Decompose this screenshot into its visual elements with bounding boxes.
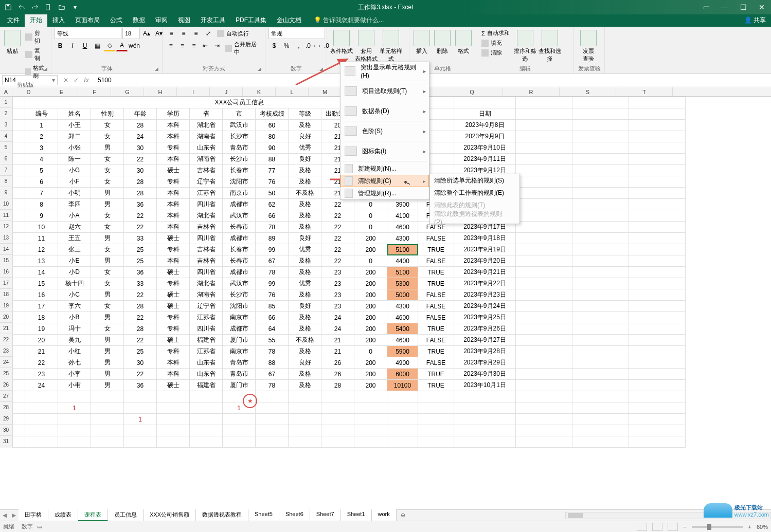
- row-header-18[interactable]: 18: [0, 289, 12, 300]
- cell[interactable]: [516, 335, 572, 346]
- row-header-21[interactable]: 21: [0, 323, 12, 334]
- data-cell[interactable]: 及格: [289, 380, 321, 391]
- cell[interactable]: [629, 323, 686, 335]
- fill-color-button[interactable]: ◇: [104, 40, 115, 51]
- data-cell[interactable]: 15: [25, 278, 58, 289]
- data-cell[interactable]: 吉林省: [190, 165, 223, 176]
- cell[interactable]: [387, 436, 418, 448]
- cell[interactable]: [516, 97, 572, 108]
- col-header-S[interactable]: S: [560, 87, 616, 96]
- data-cell[interactable]: 2023年9月23日: [454, 289, 516, 301]
- tab-insert[interactable]: 插入: [47, 14, 70, 27]
- cell[interactable]: [91, 414, 124, 425]
- data-cell[interactable]: 吉林省: [190, 222, 223, 233]
- cell[interactable]: 1: [58, 402, 91, 414]
- data-cell[interactable]: 女: [91, 154, 124, 165]
- data-cell[interactable]: 本科: [157, 222, 190, 233]
- data-cell[interactable]: 26: [321, 357, 354, 369]
- autosum-button[interactable]: Σ自动求和: [479, 29, 512, 38]
- cell[interactable]: [13, 255, 25, 267]
- data-cell[interactable]: 28: [124, 323, 157, 335]
- cell[interactable]: [13, 436, 25, 448]
- col-header-J[interactable]: J: [210, 87, 243, 96]
- col-header-T[interactable]: T: [616, 87, 673, 96]
- cell[interactable]: [516, 402, 572, 414]
- data-cell[interactable]: 200: [354, 357, 387, 369]
- data-cell[interactable]: 本科: [157, 188, 190, 199]
- data-cell[interactable]: 山东省: [190, 142, 223, 154]
- sheet-tab-7[interactable]: Sheet6: [279, 509, 310, 521]
- data-cell[interactable]: 南京市: [223, 312, 256, 323]
- cell[interactable]: [572, 323, 629, 335]
- cell[interactable]: [572, 108, 629, 120]
- data-cell[interactable]: 22: [321, 199, 354, 210]
- data-cell[interactable]: 0: [354, 222, 387, 233]
- cell[interactable]: [516, 176, 572, 188]
- cell[interactable]: [516, 255, 572, 267]
- tab-formulas[interactable]: 公式: [105, 14, 128, 27]
- cell[interactable]: [629, 425, 686, 436]
- cell[interactable]: [516, 425, 572, 436]
- data-cell[interactable]: 本科: [157, 210, 190, 222]
- data-cell[interactable]: 本科: [157, 255, 190, 267]
- data-cell[interactable]: 优秀: [289, 278, 321, 289]
- data-cell[interactable]: 女: [91, 278, 124, 289]
- cell[interactable]: [13, 414, 25, 425]
- indent-decrease-icon[interactable]: ⇤: [200, 40, 210, 51]
- increase-decimal-icon[interactable]: .0→: [306, 40, 317, 51]
- data-cell[interactable]: 2023年9月27日: [454, 335, 516, 346]
- row-header-4[interactable]: 4: [0, 131, 12, 142]
- cell[interactable]: [629, 97, 686, 108]
- row-header-1[interactable]: 1: [0, 97, 12, 108]
- data-cell[interactable]: 22: [321, 222, 354, 233]
- data-cell[interactable]: 36: [124, 380, 157, 391]
- zoom-slider[interactable]: [692, 526, 743, 528]
- data-cell[interactable]: 7: [25, 188, 58, 199]
- cell[interactable]: [124, 425, 157, 436]
- data-cell[interactable]: 江苏省: [190, 312, 223, 323]
- col-header-A[interactable]: A: [0, 87, 12, 96]
- cell[interactable]: [629, 414, 686, 425]
- data-cell[interactable]: 55: [256, 335, 289, 346]
- cell[interactable]: [223, 425, 256, 436]
- cell[interactable]: [572, 120, 629, 131]
- menu-clear-selection[interactable]: 清除所选单元格的规则(S): [430, 174, 519, 187]
- font-size-input[interactable]: [122, 28, 140, 39]
- data-cell[interactable]: 4600: [387, 335, 418, 346]
- cell[interactable]: [516, 323, 572, 335]
- data-cell[interactable]: 33: [124, 278, 157, 289]
- cell[interactable]: [13, 278, 25, 289]
- cell[interactable]: [354, 391, 387, 402]
- data-cell[interactable]: FALSE: [418, 357, 454, 369]
- row-header-24[interactable]: 24: [0, 357, 12, 368]
- data-cell[interactable]: 66: [256, 210, 289, 222]
- cell[interactable]: [516, 436, 572, 448]
- data-cell[interactable]: 2023年9月26日: [454, 323, 516, 335]
- cell[interactable]: [572, 425, 629, 436]
- data-cell[interactable]: 硕士: [157, 301, 190, 312]
- data-cell[interactable]: 专科: [157, 142, 190, 154]
- data-cell[interactable]: 78: [256, 267, 289, 278]
- row-header-27[interactable]: 27: [0, 391, 12, 402]
- view-normal-icon[interactable]: [637, 523, 647, 531]
- cell[interactable]: [387, 414, 418, 425]
- tab-home[interactable]: 开始: [25, 14, 47, 27]
- data-cell[interactable]: 4300: [387, 301, 418, 312]
- cell[interactable]: [418, 414, 454, 425]
- data-cell[interactable]: 89: [256, 233, 289, 244]
- ribbon-options-icon[interactable]: ▭: [697, 0, 715, 14]
- cell[interactable]: [454, 425, 516, 436]
- cell[interactable]: [58, 391, 91, 402]
- data-cell[interactable]: 及格: [289, 210, 321, 222]
- data-cell[interactable]: 78: [256, 346, 289, 357]
- cell[interactable]: [418, 436, 454, 448]
- cell[interactable]: [256, 436, 289, 448]
- cell[interactable]: [516, 312, 572, 323]
- data-cell[interactable]: 女: [91, 244, 124, 255]
- col-hdr-1[interactable]: 姓名: [58, 108, 91, 120]
- row-header-16[interactable]: 16: [0, 266, 12, 278]
- data-cell[interactable]: 12: [25, 244, 58, 255]
- sheet-tab-2[interactable]: 课程表: [78, 509, 108, 521]
- cell[interactable]: [572, 380, 629, 391]
- cell[interactable]: [572, 233, 629, 244]
